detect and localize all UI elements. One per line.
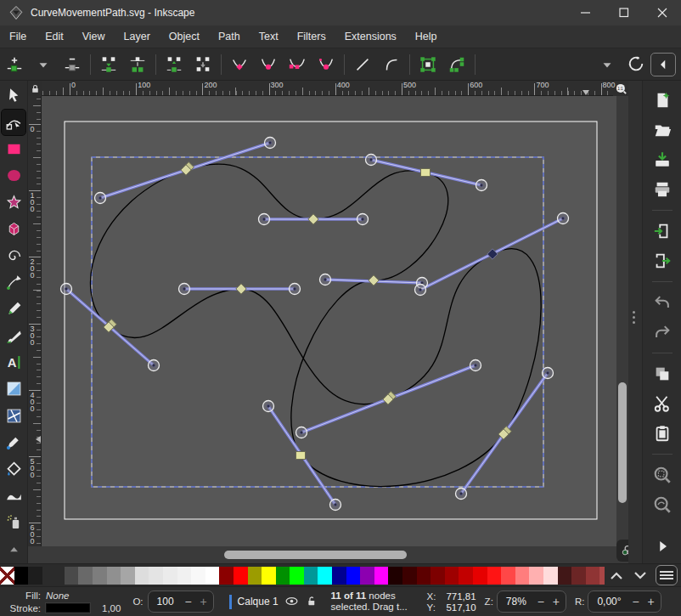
palette-swatch[interactable] <box>0 567 14 585</box>
palette-swatch[interactable] <box>529 567 543 585</box>
layer-unlock-icon[interactable] <box>305 595 318 609</box>
palette-swatch[interactable] <box>78 567 93 585</box>
document-import-button[interactable] <box>649 218 676 244</box>
maximize-button[interactable] <box>605 0 643 25</box>
palette-swatch[interactable] <box>304 567 318 585</box>
tool-calligraphy[interactable] <box>2 324 25 348</box>
make-smooth-button[interactable] <box>254 52 283 77</box>
palette-swatch[interactable] <box>501 567 515 585</box>
rotation-increase-icon[interactable]: + <box>644 595 659 608</box>
tool-ellipse[interactable] <box>2 163 25 188</box>
vertical-ruler[interactable]: 01 0 02 0 03 0 04 0 05 0 06 0 0 <box>28 96 42 546</box>
menu-text[interactable]: Text <box>250 25 288 48</box>
palette-swatch[interactable] <box>402 567 417 585</box>
palette-swatch[interactable] <box>417 567 431 585</box>
palette-menu-button[interactable] <box>656 565 678 585</box>
palette-swatch[interactable] <box>374 567 389 585</box>
join-nodes-button[interactable] <box>94 52 123 77</box>
palette-swatch[interactable] <box>234 567 248 585</box>
palette-swatch[interactable] <box>93 567 107 585</box>
palette-swatch[interactable] <box>290 567 304 585</box>
zoom-increase-icon[interactable]: + <box>549 595 564 608</box>
palette-swatch[interactable] <box>515 567 530 585</box>
break-nodes-button[interactable] <box>160 52 189 77</box>
curve-segment-button[interactable] <box>377 52 406 77</box>
palette-swatch[interactable] <box>262 567 276 585</box>
document-new-button[interactable] <box>649 88 676 113</box>
palette-swatch[interactable] <box>487 567 502 585</box>
tool-selector[interactable] <box>2 83 25 108</box>
document-open-button[interactable] <box>649 117 676 143</box>
horizontal-scrollbar[interactable] <box>28 546 628 563</box>
horizontal-scrollbar-thumb[interactable] <box>224 551 407 559</box>
menu-path[interactable]: Path <box>209 25 250 48</box>
layer-name[interactable]: Calque 1 <box>238 596 279 608</box>
horizontal-ruler[interactable]: 0100200300400500600700800 <box>42 81 613 96</box>
tool-tweak[interactable] <box>2 483 25 508</box>
line-segment-button[interactable] <box>348 52 377 77</box>
more-dropdown-button[interactable] <box>593 52 622 77</box>
palette-swatch[interactable] <box>558 567 572 585</box>
make-auto-button[interactable] <box>312 52 340 77</box>
zoom-1-1-icon[interactable]: 1:1 <box>613 81 628 96</box>
make-corner-button[interactable] <box>225 52 254 77</box>
join-segment-button[interactable] <box>123 52 152 77</box>
make-symmetric-button[interactable] <box>283 52 312 77</box>
delete-node-button[interactable] <box>58 52 87 77</box>
edit-duplicate-button[interactable] <box>649 361 676 387</box>
tool-dropper[interactable] <box>2 430 25 455</box>
palette-swatch[interactable] <box>276 567 290 585</box>
palette-swatch[interactable] <box>332 567 346 585</box>
vertical-scrollbar[interactable] <box>616 96 628 546</box>
ruler-lock-icon[interactable] <box>28 81 42 96</box>
tool-spiral[interactable] <box>2 243 25 268</box>
panel-splitter[interactable] <box>628 81 642 563</box>
edit-paste-button[interactable] <box>649 421 676 446</box>
palette-swatch[interactable] <box>571 567 586 585</box>
palette-swatch[interactable] <box>431 567 445 585</box>
edit-undo-button[interactable] <box>649 290 676 315</box>
opacity-spinner[interactable]: 100 − + <box>148 591 214 613</box>
tool-pencil[interactable] <box>2 297 25 321</box>
opacity-value[interactable]: 100 <box>150 596 181 608</box>
tool-star[interactable] <box>2 190 25 215</box>
drawing-scene[interactable] <box>42 96 616 546</box>
show-handles-button[interactable] <box>622 52 650 77</box>
tool-toolbox-more[interactable] <box>2 537 25 562</box>
tool-box-3d[interactable] <box>2 217 25 241</box>
edit-redo-button[interactable] <box>649 319 676 345</box>
palette-swatch[interactable] <box>28 567 42 585</box>
palette-swatch[interactable] <box>586 567 600 585</box>
zoom-value[interactable]: 78% <box>499 596 533 608</box>
stroke-to-path-button[interactable] <box>442 52 471 77</box>
palette-swatch[interactable] <box>177 567 192 585</box>
layer-visibility-eye-icon[interactable] <box>284 594 299 610</box>
path-node-square[interactable] <box>421 169 431 177</box>
delete-segment-button[interactable] <box>189 52 217 77</box>
tool-text[interactable]: A <box>2 350 25 375</box>
zoom-decrease-icon[interactable]: − <box>533 595 549 608</box>
palette-swatch[interactable] <box>65 567 79 585</box>
palette-swatch[interactable] <box>219 567 234 585</box>
insert-node-button[interactable] <box>0 52 29 77</box>
menu-layer[interactable]: Layer <box>115 25 160 48</box>
menu-help[interactable]: Help <box>406 25 447 48</box>
tool-rectangle[interactable] <box>2 137 25 161</box>
collapse-panel-button[interactable] <box>650 53 676 76</box>
palette-swatch[interactable] <box>346 567 361 585</box>
palette-swatch[interactable] <box>205 567 220 585</box>
rotation-value[interactable]: 0,00° <box>590 596 628 608</box>
opacity-decrease-icon[interactable]: − <box>181 595 196 608</box>
edit-cut-button[interactable] <box>649 391 676 416</box>
tool-node-editor[interactable] <box>2 110 25 134</box>
document-save-button[interactable] <box>649 147 676 172</box>
menu-extensions[interactable]: Extensions <box>335 25 406 48</box>
palette-swatch[interactable] <box>445 567 459 585</box>
palette-swatch[interactable] <box>135 567 149 585</box>
palette-scroll-down-icon[interactable] <box>628 565 652 585</box>
palette-swatch[interactable] <box>318 567 332 585</box>
palette-swatch[interactable] <box>473 567 487 585</box>
menu-view[interactable]: View <box>73 25 115 48</box>
palette-swatch[interactable] <box>149 567 163 585</box>
zoom-selection-button[interactable] <box>649 462 676 488</box>
